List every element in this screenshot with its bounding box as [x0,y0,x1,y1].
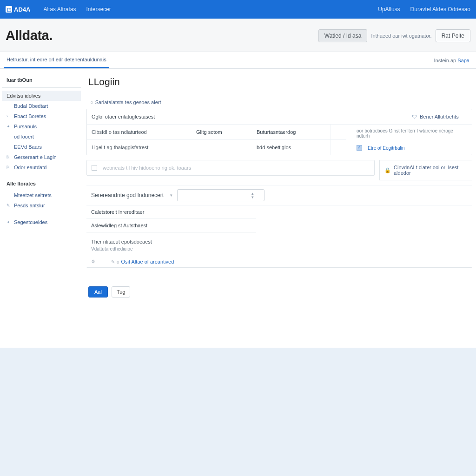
row1-label: Oglol otaer enlatuglestasest [87,109,407,124]
row3-c3: bdd sebettiglos [252,140,331,155]
sidebar-item2-0[interactable]: Mteetzet seltrets [2,190,81,200]
chevron-icon: › [7,114,11,119]
header: Alldata. Watled / Id asa Inthaeed oar iw… [0,19,476,52]
row-c: Caletstorelt inreredltaer [91,209,251,215]
select-label: Serereandnte god Indunecert [91,192,164,198]
copy-icon: ⎘ [7,165,11,170]
sidebar-item-1[interactable]: ›Ebact Boretes [2,111,81,121]
header-btn-secondary[interactable]: Rat Polte [436,29,470,42]
panel-settings: Serereandnte god Indunecert ▾ ▴▾ Caletst… [86,185,472,268]
row2-note: oor botrocboes Ginst fenlterr f wtareroe… [351,125,472,155]
panel1-heading: ○Sarlatalatsta tes gesoes alert [86,96,472,109]
link2[interactable]: ✎ o Osit Altae of areantived [111,259,174,264]
caret-icon: ▴▾ [251,192,254,199]
select-dropdown[interactable]: ▴▾ [177,189,264,201]
sidebar-item-3[interactable]: odTooert [2,132,81,142]
panel-info: wetmeats til hiv hidooeno rig ok. toaars [86,160,375,176]
block-sub: Vdattutaredhediuioe [91,246,468,254]
checkbox-info[interactable] [92,165,97,171]
dot-icon [7,134,11,139]
lock-icon: 🔒 [384,167,391,173]
topnav-right-0[interactable]: UpAlluss [378,6,400,13]
sidebar-item-4[interactable]: EEVd Baars [2,142,81,152]
logo: Alldata. [6,28,53,43]
breadcrumb: Instein.ap Sapa [434,58,472,63]
block-list: Ther ntitaeut epotsdoeaest Vdattutaredhe… [86,232,472,256]
save-button[interactable]: Aal [88,286,108,298]
tab-active[interactable]: Hetrustur, int edre orl edr detenentauld… [4,52,109,68]
pencil-icon: ✎ [7,203,11,208]
row2-c2: Glitg sotom [192,125,252,139]
link1-icon[interactable]: ⚙ [91,259,95,264]
breadcrumb-link[interactable]: Sapa [457,58,469,63]
panel3-right[interactable]: 🔒 CinvdnALt clater ool orl lsest aldedor [379,160,472,180]
content: Iuar tbOun Edvitsu idolves Budal Dbedtar… [0,69,476,348]
topnav-link-0[interactable]: Altas Altratas [43,6,76,13]
brand-icon: ◳ [6,6,12,13]
checkbox-enabled[interactable] [357,145,362,151]
header-help-text: Inthaeed oar iwt ogatnator. [371,33,431,39]
topnav-right-1[interactable]: Duravtel Aldes Odriesao [410,6,470,13]
cancel-button[interactable]: Tug [112,286,131,298]
star-icon: ✦ [7,220,11,225]
sidebar-item2-1[interactable]: ✎Pesds antslur [2,200,81,211]
sidebar-title: Iuar tbOun [2,74,81,88]
topbar: ◳ AD4A Altas Altratas Intersecer UpAllus… [0,0,476,19]
row2-c3: Buturtasntaerdog [252,125,331,139]
main: LLogiin ○Sarlatalatsta tes gesoes alert … [83,69,476,348]
sidebar-item-6[interactable]: ⎘Odor eautdatd [2,162,81,172]
sidebar-item-2[interactable]: ✦Pursanuls [2,121,81,132]
block-title: Ther ntitaeut epotsdoeaest [91,237,468,246]
row-d: Aslewlidleg st Autsthaest [91,223,251,228]
sidebar: Iuar tbOun Edvitsu idolves Budal Dbedtar… [0,69,83,348]
sidebar-group2-title: Alle Itorates [2,172,81,190]
topnav-links: Altas Altratas Intersecer [43,6,111,13]
topnav-right: UpAlluss Duravtel Aldes Odriesao [378,6,470,13]
sidebar-item-5[interactable]: ⎘Gersereart e Lagln [2,152,81,162]
brand-short: AD4A [14,6,30,13]
tabbar: Hetrustur, int edre orl edr detenentauld… [0,52,476,69]
dot-icon [7,104,11,108]
panel-1: Oglol otaer enlatuglestasest 🛡 Bener All… [86,109,472,155]
page-title: LLogiin [86,76,472,87]
info-line: wetmeats til hiv hidooeno rig ok. toaars [87,160,374,175]
copy-icon: ⎘ [7,155,11,159]
shield-icon: 🛡 [412,114,417,119]
sidebar-item-0[interactable]: Budal Dbedtart [2,101,81,111]
sidebar-item3-0[interactable]: ✦Segestcueldes [2,217,81,227]
row2-c1: Cibsfdl o tas ndiaturteod [87,125,192,139]
dot-icon [7,145,11,149]
star-icon: ✦ [7,124,11,129]
pencil-icon: ✎ [111,259,115,264]
dot-icon [7,193,11,198]
brand-pill[interactable]: ◳ AD4A [6,6,30,13]
header-btn-primary[interactable]: Watled / Id asa [318,29,368,42]
row3-c1: Ligel t ag thalaggisfatrest [87,140,192,155]
row3-chk-label[interactable]: Etre of Eegitrbalin [368,145,405,151]
topnav-link-1[interactable]: Intersecer [86,6,111,13]
sidebar-group1-title[interactable]: Edvitsu idolves [2,91,81,101]
links-row: ⚙ ✎ o Osit Altae of areantived [86,256,472,267]
footer-buttons: Aal Tug [86,272,472,309]
row1-rightbox[interactable]: 🛡 Bener Allutrbehts [407,109,472,124]
